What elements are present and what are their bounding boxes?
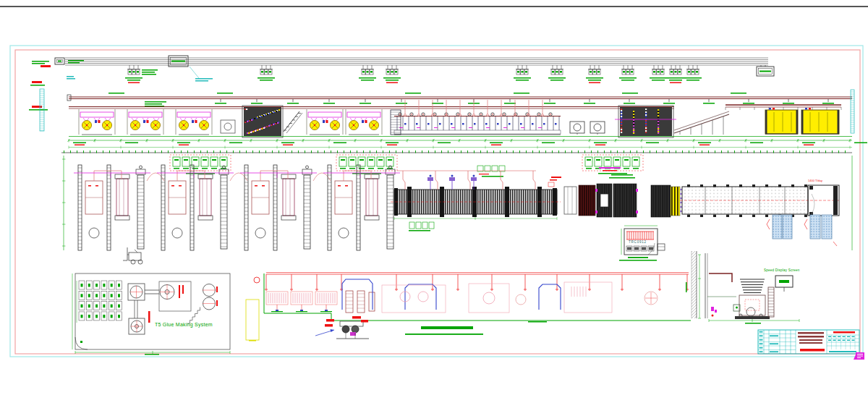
drawing-layer	[0, 0, 868, 403]
capacity-note: 1400 T/day	[808, 179, 822, 182]
speed-display-title: Speed Display Screen	[764, 269, 799, 273]
control-box-code: TRC0912	[629, 241, 647, 245]
glue-system-title: T5 Glue Making System	[155, 322, 213, 327]
cad-viewport[interactable]: T5 Glue Making System Speed Display Scre…	[0, 0, 868, 403]
